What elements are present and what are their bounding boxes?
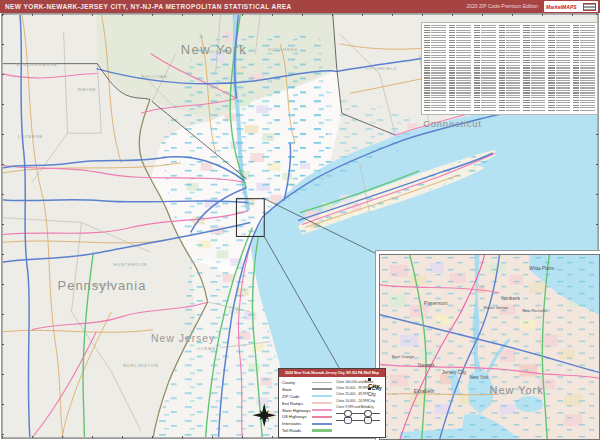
state-label-pennsylvania: Pennsylvania (58, 278, 147, 293)
svg-text:BURLINGTON: BURLINGTON (123, 363, 158, 368)
legend-item-county: County (282, 379, 332, 386)
brand-logo-text: MarketMAPS (546, 4, 577, 10)
zip-index-column (474, 25, 496, 112)
legend-item-us-highways: US Highways (282, 413, 332, 420)
legend-interstate-shield-sample (336, 417, 382, 424)
state-label-new-york: New York (181, 42, 247, 57)
legend-item-exit-ramps: Exit Ramps (282, 400, 332, 407)
legend-city-sizes: Cities 100,000 and AboveCity Cities 50,0… (336, 379, 382, 434)
legend-us-shield-sample (336, 410, 382, 417)
zip-index-column (548, 25, 570, 112)
inset-city-label: Paterson (424, 300, 448, 306)
inset-city-label: Newark (418, 363, 435, 368)
zip-index-column (523, 25, 545, 112)
legend-item-toll-roads: Toll Roads (282, 427, 332, 434)
svg-text:SUSQUEHANNA: SUSQUEHANNA (16, 62, 57, 67)
inset-city-label: New York (470, 375, 490, 380)
svg-text:WAYNE: WAYNE (77, 87, 96, 92)
zip-index-column (424, 25, 446, 112)
map-poster: NEW YORK-NEWARK-JERSEY CITY, NY-NJ-PA ME… (0, 0, 600, 440)
edition-label: 2020 ZIP Code Premium Edition (466, 0, 538, 13)
map-grid-ticks-left (2, 14, 4, 438)
svg-text:LUZERNE: LUZERNE (18, 134, 43, 139)
inset-city-label: East Orange (392, 354, 415, 359)
inset-city-label: White Plains (529, 266, 555, 271)
map-title: NEW YORK-NEWARK-JERSEY CITY, NY-NJ-PA ME… (5, 0, 292, 13)
title-banner: NEW YORK-NEWARK-JERSEY CITY, NY-NJ-PA ME… (0, 0, 600, 13)
brand-logo: MarketMAPS (544, 1, 598, 12)
main-map: SUSQUEHANNA WAYNE LUZERNE SULLIVAN ULSTE… (1, 13, 599, 439)
svg-text:LITCHFIELD: LITCHFIELD (366, 66, 398, 71)
state-label-new-jersey: New Jersey (151, 333, 215, 344)
legend-item-interstates: Interstates (282, 420, 332, 427)
map-legend: 2020 New York-Newark-Jersey City, NY-NJ-… (278, 368, 386, 438)
legend-line-items: County State ZIP Code Exit Ramps State H… (282, 379, 332, 434)
inset-map-nyc: White Plains Yonkers Paterson Mount Vern… (379, 254, 600, 440)
inset-city-label: Yonkers (500, 295, 520, 301)
inset-zip-speckles (380, 255, 599, 439)
zip-index-column (573, 25, 595, 112)
inset-city-label: New Rochelle (522, 308, 547, 313)
svg-text:DUTCHESS: DUTCHESS (268, 47, 298, 52)
logo-fineprint-block (583, 3, 596, 11)
inset-city-label: Jersey City (442, 370, 467, 375)
zip-code-index-panel (421, 22, 598, 115)
svg-text:SULLIVAN: SULLIVAN (141, 74, 167, 79)
inset-region-label: New York (490, 384, 544, 396)
inset-city-label: Mount Vernon (484, 305, 509, 310)
legend-item-state: State (282, 386, 332, 393)
zip-index-column (499, 25, 521, 112)
inset-city-label: Elizabeth (414, 389, 435, 394)
svg-text:OCEAN: OCEAN (197, 346, 216, 351)
zip-index-column (449, 25, 471, 112)
inset-graphic: White Plains Yonkers Paterson Mount Vern… (380, 255, 599, 439)
svg-text:HUNTERDON: HUNTERDON (113, 262, 147, 267)
legend-item-state-highways: State Highways (282, 407, 332, 414)
state-label-connecticut: Connecticut (423, 118, 482, 129)
map-grid-ticks-top (2, 14, 598, 16)
legend-item-zip-code: ZIP Code (282, 393, 332, 400)
